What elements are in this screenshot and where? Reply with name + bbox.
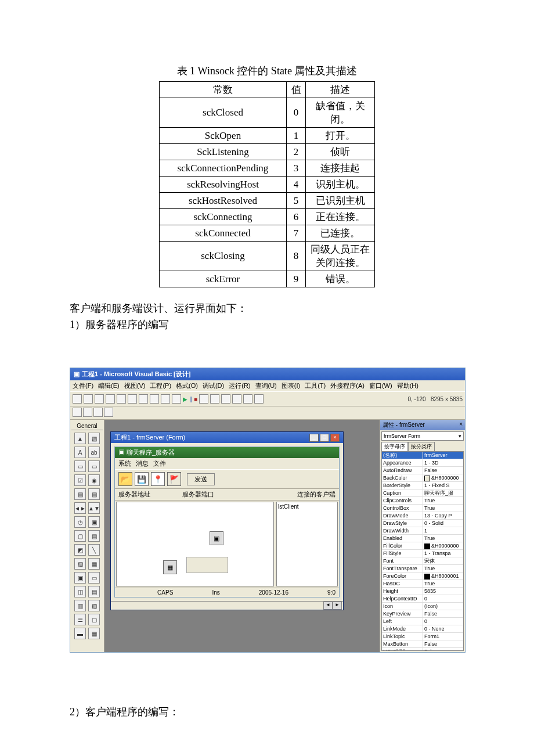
open-icon[interactable]: 📂 (118, 472, 132, 486)
tool-check[interactable]: ☑ (74, 474, 86, 486)
property-row[interactable]: Appearance1 - 3D (382, 459, 463, 467)
menu-item[interactable]: 调试(D) (203, 382, 224, 389)
control-placeholder[interactable] (186, 557, 228, 573)
max-button[interactable]: □ (320, 434, 329, 442)
tool-hscroll[interactable]: ◄► (74, 502, 86, 514)
property-row[interactable]: Font宋体 (382, 557, 463, 565)
tool-image[interactable]: ▧ (74, 558, 86, 570)
tool-shape[interactable]: ◩ (74, 544, 86, 556)
tool-pointer[interactable]: ▲ (74, 433, 86, 444)
form-window[interactable]: 工程1 - frmServer (Form) _ □ × ▣ 聊天程序_服务器 (110, 431, 344, 610)
tool-label[interactable]: A (74, 447, 86, 458)
tool-ole[interactable]: ▣ (74, 572, 86, 584)
menu-item[interactable]: 工具(T) (305, 382, 326, 389)
tool-vscroll[interactable]: ▲▼ (88, 502, 100, 514)
main-area[interactable]: ▣ ▦ (116, 502, 274, 586)
send-button[interactable]: 发送 (187, 473, 215, 485)
tool-dir[interactable]: ▢ (74, 530, 86, 542)
vb-menubar[interactable]: 文件(F)编辑(E)视图(V)工程(P)格式(O)调试(D)运行(R)查询(U)… (70, 380, 465, 391)
menu-item[interactable]: 文件 (153, 460, 166, 467)
property-row[interactable]: BorderStyle1 - Fixed S (382, 482, 463, 489)
property-row[interactable]: FillStyle1 - Transpa (382, 550, 463, 557)
client-list[interactable]: lstClient (276, 502, 338, 586)
property-row[interactable]: LinkTopicForm1 (382, 633, 463, 640)
property-row[interactable]: Caption聊天程序_服 (382, 489, 463, 497)
menu-item[interactable]: 帮助(H) (397, 382, 418, 389)
toolbar-icon[interactable] (83, 408, 92, 417)
tool-data[interactable]: ▦ (88, 558, 100, 570)
menu-item[interactable]: 窗口(W) (369, 382, 392, 389)
tool-list[interactable]: ▤ (88, 488, 100, 500)
toolbar-icon[interactable] (104, 408, 113, 417)
inner-toolbar[interactable]: 📂 💾 📍 🚩 发送 (115, 469, 339, 489)
property-row[interactable]: DrawWidth1 (382, 527, 463, 535)
scroll-right-icon[interactable]: ► (333, 602, 342, 610)
menu-item[interactable]: 文件(F) (73, 382, 93, 389)
tool-extra[interactable]: ◫ (74, 586, 86, 597)
vb-toolbar2[interactable] (70, 406, 465, 420)
tool-textbox[interactable]: ab (88, 447, 100, 458)
menu-item[interactable]: 外接程序(A) (330, 382, 365, 389)
tab-category[interactable]: 按分类序 (408, 442, 435, 451)
toolbar-icon[interactable] (95, 394, 104, 404)
toolbar-icon[interactable] (221, 394, 230, 404)
tool-extra[interactable]: ☰ (74, 614, 86, 625)
menu-item[interactable]: 格式(O) (176, 382, 198, 389)
tool-button[interactable]: ▭ (88, 460, 100, 472)
control-icon[interactable]: ▦ (163, 560, 177, 574)
tool-option[interactable]: ◉ (88, 474, 100, 486)
toolbar-icon[interactable] (161, 394, 170, 404)
property-row[interactable]: Height5835 (382, 588, 463, 595)
form-titlebar[interactable]: 工程1 - frmServer (Form) _ □ × (111, 432, 343, 443)
toolbar-icon[interactable] (150, 394, 159, 404)
property-row[interactable]: AutoRedrawFalse (382, 467, 463, 474)
tool-line[interactable]: ╲ (88, 544, 100, 556)
menu-item[interactable]: 消息 (136, 460, 149, 467)
hscroll[interactable]: ◄ ► (111, 601, 343, 610)
toolbar-icon[interactable] (210, 394, 219, 404)
tool-timer[interactable]: ◷ (74, 516, 86, 528)
toolbar-icon[interactable] (73, 408, 82, 417)
menu-item[interactable]: 运行(R) (229, 382, 250, 389)
property-row[interactable]: EnabledTrue (382, 535, 463, 542)
props-grid[interactable]: (名称)frmServerAppearance1 - 3DAutoRedrawF… (381, 451, 464, 651)
menu-item[interactable]: 系统 (118, 460, 131, 467)
property-row[interactable]: ControlBoxTrue (382, 505, 463, 512)
property-row[interactable]: DrawMode13 - Copy P (382, 512, 463, 520)
menu-item[interactable]: 查询(U) (255, 382, 277, 389)
close-button[interactable]: × (330, 434, 340, 442)
property-row[interactable]: MDIChildFalse (382, 648, 463, 651)
toolbar-icon[interactable] (243, 394, 252, 404)
toolbar-icon[interactable] (172, 394, 181, 404)
list-item[interactable]: lstClient (278, 503, 336, 510)
tool-extra[interactable]: ▢ (88, 614, 100, 625)
tool-extra[interactable]: ▭ (88, 572, 100, 584)
save-icon[interactable]: 💾 (135, 472, 149, 486)
close-icon[interactable]: × (459, 421, 463, 429)
menu-item[interactable]: 工程(P) (150, 382, 171, 389)
property-row[interactable]: KeyPreviewFalse (382, 610, 463, 618)
vb-toolbar[interactable]: ▶ ‖ ■ 0, -120 8295 x 5835 (70, 391, 465, 406)
property-row[interactable]: MaxButtonFalse (382, 640, 463, 648)
property-row[interactable]: FillColor&H0000000 (382, 542, 463, 550)
menu-item[interactable]: 视图(V) (124, 382, 146, 389)
tab-alpha[interactable]: 按字母序 (381, 442, 408, 451)
chevron-down-icon[interactable]: ▾ (459, 433, 461, 439)
property-row[interactable]: Left0 (382, 618, 463, 625)
tool-combo[interactable]: ▤ (74, 488, 86, 500)
toolbar-icon[interactable] (128, 394, 137, 404)
property-row[interactable]: ClipControlsTrue (382, 497, 463, 505)
menu-item[interactable]: 图表(I) (282, 382, 300, 389)
tool-frame[interactable]: ▭ (74, 460, 86, 472)
props-title[interactable]: 属性 - frmServer × (380, 420, 465, 430)
property-row[interactable]: FontTranspareTrue (382, 565, 463, 573)
toolbar-icon[interactable] (84, 394, 93, 404)
toolbar-icon[interactable] (106, 394, 115, 404)
property-row[interactable]: (名称)frmServer (382, 452, 463, 459)
toolbar-icon[interactable] (199, 394, 208, 404)
props-tabs[interactable]: 按字母序 按分类序 (380, 442, 465, 451)
toolbar-icon[interactable] (139, 394, 148, 404)
tool-extra[interactable]: ▬ (74, 628, 86, 639)
props-combo[interactable]: frmServer Form ▾ (381, 431, 464, 441)
min-button[interactable]: _ (309, 434, 319, 442)
